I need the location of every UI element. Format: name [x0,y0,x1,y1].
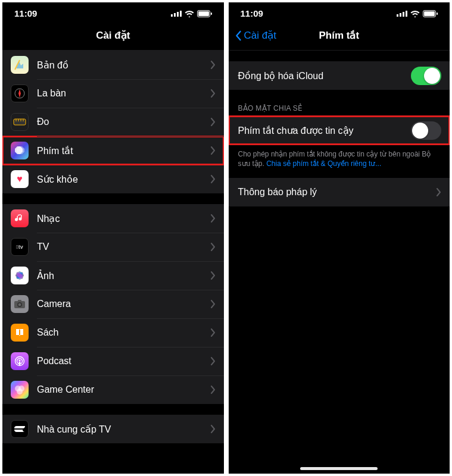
shortcuts-icon [11,142,29,159]
settings-list[interactable]: Bản đồLa bànĐoPhím tắt♥Sức khỏeNhạctvTV… [2,51,224,474]
row-label: Camera [29,299,211,309]
wifi-icon [410,10,420,17]
row-label: La bàn [29,88,211,99]
settings-row-gamecenter[interactable]: Game Center [2,375,224,404]
chevron-right-icon [211,118,216,126]
page-title: Cài đặt [96,29,130,42]
svg-rect-6 [211,12,212,15]
chevron-right-icon [211,271,216,280]
home-indicator[interactable] [300,467,378,470]
row-label: Đo [29,117,211,127]
svg-point-26 [17,389,23,394]
tvprovider-icon [11,420,29,438]
security-header: BẢO MẬT CHIA SẺ [229,101,450,116]
chevron-right-icon [211,357,216,365]
tv-icon: tv [11,238,29,256]
svg-rect-1 [174,13,176,17]
security-footer: Cho phép nhận phím tắt không được tin cậ… [229,145,450,173]
cellular-icon [397,10,407,17]
books-icon [11,324,29,342]
svg-point-20 [18,303,21,306]
svg-rect-0 [171,14,173,17]
row-label: Phím tắt [29,145,211,156]
svg-rect-3 [180,11,182,17]
status-right [397,10,438,17]
settings-row-podcast[interactable]: Podcast [2,347,224,375]
row-label: Bản đồ [29,60,211,71]
chevron-right-icon [211,146,216,155]
podcast-icon [11,352,29,370]
svg-rect-18 [18,300,21,302]
back-label: Cài đặt [244,29,276,42]
chevron-right-icon [211,328,216,337]
row-label: Podcast [29,356,211,367]
settings-row-measure[interactable]: Đo [2,108,224,136]
status-bar: 11:09 [2,2,224,22]
settings-row-books[interactable]: Sách [2,318,224,347]
chevron-right-icon [211,175,216,183]
chevron-right-icon [211,300,216,308]
left-phone: 11:09 Cài đặt Bản đồLa bànĐoPhím tắt♥Sức… [2,2,224,474]
row-label: Nhạc [29,213,211,224]
health-icon: ♥ [11,170,29,188]
navbar-right: Cài đặt Phím tắt [229,22,450,51]
maps-icon [11,56,29,74]
battery-icon [423,10,438,17]
settings-row-health[interactable]: ♥Sức khỏe [2,165,224,193]
chevron-right-icon [211,425,216,433]
chevron-right-icon [211,89,216,98]
privacy-link[interactable]: Chia sẻ phím tắt & Quyền riêng tư... [266,159,381,168]
row-label: Phím tắt chưa được tin cậy [237,125,412,136]
chevron-right-icon [437,188,441,196]
page-title: Phím tắt [319,29,359,42]
svg-rect-2 [177,12,179,17]
music-icon [11,209,29,227]
svg-rect-32 [424,11,435,16]
row-label: Game Center [29,384,211,395]
row-label: TV [29,242,211,252]
measure-icon [11,113,29,131]
chevron-right-icon [211,386,216,394]
photos-icon [11,267,29,284]
navbar-left: Cài đặt [2,22,224,51]
back-button[interactable]: Cài đặt [235,29,276,42]
row-label: Nhà cung cấp TV [29,424,211,435]
svg-rect-33 [437,12,438,15]
svg-rect-28 [400,13,401,17]
settings-row-photos[interactable]: Ảnh [2,261,224,290]
status-bar: 11:09 [229,2,450,22]
right-phone: 11:09 Cài đặt Phím tắt Đồng bộ hóa iClou… [229,2,450,474]
row-label: Đồng bộ hóa iCloud [237,70,412,82]
svg-rect-5 [198,11,209,16]
settings-row-compass[interactable]: La bàn [2,79,224,108]
settings-row-maps[interactable]: Bản đồ [2,51,224,79]
untrusted-shortcuts-row[interactable]: Phím tắt chưa được tin cậy [229,116,450,145]
settings-row-camera[interactable]: Camera [2,290,224,318]
untrusted-shortcuts-toggle[interactable] [411,121,441,140]
shortcut-settings[interactable]: Đồng bộ hóa iCloud BẢO MẬT CHIA SẺ Phím … [229,51,450,464]
cellular-icon [171,10,182,17]
status-right [171,10,212,17]
chevron-right-icon [211,214,216,223]
icloud-sync-toggle[interactable] [411,67,441,85]
svg-rect-8 [14,119,26,125]
icloud-sync-row[interactable]: Đồng bộ hóa iCloud [229,61,450,90]
row-label: Sức khỏe [29,174,211,185]
settings-row-shortcuts[interactable]: Phím tắt [2,136,224,165]
row-label: Thông báo pháp lý [237,187,437,198]
settings-row-tv[interactable]: tvTV [2,233,224,261]
clock: 11:09 [14,8,37,18]
svg-rect-30 [406,11,407,17]
clock: 11:09 [241,8,263,18]
settings-row-tvprovider[interactable]: Nhà cung cấp TV [2,415,224,443]
chevron-right-icon [211,61,216,69]
svg-point-23 [18,359,20,361]
legal-notice-row[interactable]: Thông báo pháp lý [229,178,450,206]
svg-rect-27 [397,14,398,17]
chevron-right-icon [211,243,216,251]
battery-icon [197,10,212,17]
wifi-icon [185,10,194,17]
settings-row-music[interactable]: Nhạc [2,204,224,233]
row-label: Ảnh [29,270,211,281]
chevron-left-icon [235,30,242,41]
